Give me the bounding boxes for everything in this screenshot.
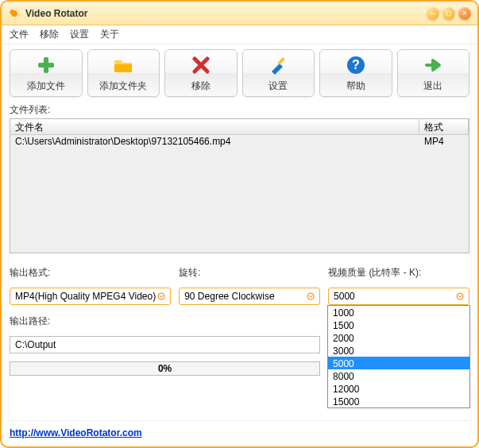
quality-option[interactable]: 1500 <box>328 319 469 331</box>
tools-icon <box>267 54 289 76</box>
quality-option[interactable]: 8000 <box>328 369 469 382</box>
options-grid: 输出格式: 旋转: 视频质量 (比特率 - K): MP4(High Quali… <box>10 263 469 377</box>
settings-button[interactable]: 设置 <box>242 49 315 97</box>
chevron-down-icon <box>156 291 167 302</box>
output-format-label: 输出格式: <box>10 266 171 280</box>
quality-option[interactable]: 15000 <box>328 395 469 407</box>
maximize-button[interactable]: □ <box>442 7 455 20</box>
menu-file[interactable]: 文件 <box>10 28 29 41</box>
file-list-heading: 文件列表: <box>10 103 469 117</box>
content-area: 添加文件 添加文件夹 移除 设置 ? 帮助 退出 文件列表 <box>2 44 477 446</box>
list-body[interactable]: C:\Users\Administrator\Desktop\971321054… <box>10 135 469 253</box>
titlebar: Video Rotator – □ × <box>2 2 477 25</box>
app-icon <box>8 7 21 20</box>
app-window: Video Rotator – □ × 文件 移除 设置 关于 添加文件 添加文… <box>0 0 479 448</box>
window-controls: – □ × <box>427 7 471 20</box>
svg-rect-3 <box>38 63 54 68</box>
output-path-label: 输出路径: <box>10 315 320 328</box>
exit-button[interactable]: 退出 <box>397 49 470 97</box>
folder-icon <box>112 54 134 76</box>
menu-settings[interactable]: 设置 <box>70 28 89 41</box>
quality-combo-wrap: 5000 1000150020003000500080001200015000 <box>328 288 469 305</box>
cell-format: MP4 <box>419 135 469 149</box>
svg-point-7 <box>158 293 164 299</box>
chevron-down-icon <box>305 291 316 302</box>
svg-text:?: ? <box>352 58 360 71</box>
add-folder-button[interactable]: 添加文件夹 <box>87 49 160 97</box>
add-file-button[interactable]: 添加文件 <box>10 49 83 97</box>
close-button[interactable]: × <box>458 7 471 20</box>
add-folder-label: 添加文件夹 <box>99 79 147 93</box>
app-title: Video Rotator <box>25 8 427 19</box>
arrow-right-icon <box>422 54 444 76</box>
menu-remove[interactable]: 移除 <box>40 28 59 41</box>
quality-option[interactable]: 12000 <box>328 382 469 395</box>
remove-button[interactable]: 移除 <box>164 49 238 97</box>
quality-label: 视频质量 (比特率 - K): <box>328 266 469 280</box>
output-format-combo[interactable]: MP4(High Quality MPEG4 Video) <box>10 288 171 305</box>
quality-combo[interactable]: 5000 <box>328 288 469 305</box>
remove-label: 移除 <box>191 79 211 93</box>
add-file-label: 添加文件 <box>27 79 65 93</box>
output-path-value: C:\Output <box>15 339 56 350</box>
menu-about[interactable]: 关于 <box>100 28 119 41</box>
progress-bar: 0% <box>10 361 320 376</box>
rotation-value: 90 Degree Clockwise <box>184 291 305 302</box>
quality-value: 5000 <box>334 291 454 302</box>
toolbar: 添加文件 添加文件夹 移除 设置 ? 帮助 退出 <box>10 49 469 97</box>
menubar: 文件 移除 设置 关于 <box>2 25 477 44</box>
x-icon <box>190 54 212 76</box>
settings-label: 设置 <box>268 79 288 93</box>
exit-label: 退出 <box>423 79 442 93</box>
quality-option[interactable]: 3000 <box>328 344 469 357</box>
progress-text: 0% <box>158 363 172 374</box>
rotation-label: 旋转: <box>179 266 320 280</box>
col-format[interactable]: 格式 <box>419 119 469 134</box>
svg-rect-4 <box>277 57 285 65</box>
output-format-value: MP4(High Quality MPEG4 Video) <box>15 291 156 302</box>
quality-dropdown[interactable]: 1000150020003000500080001200015000 <box>327 305 470 408</box>
cell-filename: C:\Users\Administrator\Desktop\971321054… <box>10 135 419 149</box>
progress-row: 0% <box>10 360 320 377</box>
quality-option[interactable]: 2000 <box>328 331 469 344</box>
svg-point-8 <box>307 293 314 299</box>
help-button[interactable]: ? 帮助 <box>319 49 392 97</box>
quality-option[interactable]: 5000 <box>328 357 469 369</box>
help-label: 帮助 <box>346 79 365 93</box>
file-list: 文件名 格式 C:\Users\Administrator\Desktop\97… <box>10 118 469 253</box>
footer-link[interactable]: http://www.VideoRotator.com <box>10 420 469 438</box>
output-path-field[interactable]: C:\Output <box>10 336 320 353</box>
help-icon: ? <box>345 54 367 76</box>
chevron-down-icon <box>454 291 465 302</box>
plus-icon <box>35 54 57 76</box>
svg-point-9 <box>457 293 463 299</box>
list-row[interactable]: C:\Users\Administrator\Desktop\971321054… <box>10 135 469 149</box>
rotation-combo[interactable]: 90 Degree Clockwise <box>179 288 320 305</box>
minimize-button[interactable]: – <box>427 7 439 20</box>
quality-option[interactable]: 1000 <box>328 306 469 319</box>
list-header: 文件名 格式 <box>10 119 469 135</box>
col-filename[interactable]: 文件名 <box>10 119 419 134</box>
